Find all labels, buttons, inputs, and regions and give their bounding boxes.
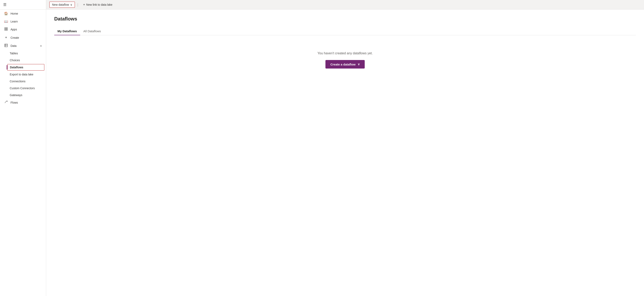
sidebar-item-home-label: Home [10, 12, 18, 15]
svg-rect-4 [5, 44, 8, 47]
sidebar-item-learn-label: Learn [10, 20, 18, 23]
page-title: Dataflows [54, 16, 636, 22]
sidebar-top: ☰ [0, 0, 46, 10]
svg-rect-1 [6, 28, 8, 29]
sidebar-sub-connections-label: Connections [10, 80, 26, 83]
home-icon: 🏠 [4, 12, 8, 16]
sidebar-item-create[interactable]: + Create [0, 34, 46, 42]
create-icon: + [4, 36, 8, 40]
create-dataflow-chevron: ∨ [358, 62, 360, 66]
tab-all-dataflows[interactable]: All Dataflows [80, 27, 104, 35]
data-icon [4, 44, 8, 48]
sidebar-sub-choices[interactable]: Choices [0, 57, 46, 64]
sidebar-sub-choices-label: Choices [10, 59, 20, 62]
svg-rect-3 [6, 29, 8, 30]
main-area: New dataflow ∨ | + New link to data lake… [46, 0, 644, 296]
sidebar-sub-export[interactable]: Export to data lake [0, 71, 46, 78]
flows-icon [4, 101, 8, 105]
sidebar-item-apps[interactable]: Apps [0, 25, 46, 34]
sidebar-sub-dataflows[interactable]: Dataflows [7, 64, 44, 71]
sidebar-item-home[interactable]: 🏠 Home [0, 10, 46, 18]
sidebar-sub-export-label: Export to data lake [10, 73, 34, 76]
learn-icon: 📖 [4, 20, 8, 23]
apps-icon [4, 27, 8, 31]
sidebar-sub-gateways-label: Gateways [10, 93, 22, 97]
tabs-container: My Dataflows All Dataflows [54, 27, 636, 35]
sidebar-sub-tables-label: Tables [10, 52, 18, 55]
new-dataflow-button[interactable]: New dataflow ∨ [50, 2, 75, 8]
svg-rect-2 [5, 29, 6, 30]
sidebar-item-data-label: Data [10, 44, 16, 47]
plus-icon: + [83, 3, 85, 7]
sidebar: ☰ 🏠 Home 📖 Learn Apps + Create [0, 0, 46, 296]
sidebar-item-create-label: Create [10, 36, 19, 39]
empty-state-text: You haven't created any dataflows yet. [318, 52, 373, 55]
sidebar-item-data[interactable]: Data ∧ [0, 42, 46, 50]
sidebar-sub-custom-connectors-label: Custom Connectors [10, 87, 35, 90]
sidebar-item-flows[interactable]: Flows [0, 98, 46, 107]
svg-rect-0 [5, 28, 6, 29]
data-expand-icon: ∧ [40, 44, 42, 47]
sidebar-item-learn[interactable]: 📖 Learn [0, 18, 46, 25]
toolbar: New dataflow ∨ | + New link to data lake [46, 0, 644, 10]
page-content: Dataflows My Dataflows All Dataflows You… [46, 10, 644, 296]
tab-my-dataflows[interactable]: My Dataflows [54, 27, 80, 35]
empty-state: You haven't created any dataflows yet. C… [54, 52, 636, 69]
sidebar-sub-custom-connectors[interactable]: Custom Connectors [0, 85, 46, 92]
new-link-to-data-lake-button[interactable]: + New link to data lake [81, 2, 115, 8]
create-dataflow-button[interactable]: Create a dataflow ∨ [326, 60, 364, 69]
sidebar-sub-connections[interactable]: Connections [0, 78, 46, 85]
new-link-label: New link to data lake [86, 3, 112, 6]
sidebar-sub-gateways[interactable]: Gateways [0, 92, 46, 98]
hamburger-icon[interactable]: ☰ [3, 3, 6, 7]
sidebar-item-apps-label: Apps [10, 28, 17, 31]
new-dataflow-label: New dataflow [52, 3, 69, 6]
create-dataflow-label: Create a dataflow [330, 63, 356, 66]
sidebar-item-flows-label: Flows [10, 101, 18, 104]
sidebar-sub-dataflows-label: Dataflows [10, 66, 23, 69]
tab-my-dataflows-label: My Dataflows [58, 29, 77, 33]
new-dataflow-chevron: ∨ [70, 3, 72, 6]
toolbar-separator: | [77, 3, 78, 7]
tab-all-dataflows-label: All Dataflows [84, 29, 101, 33]
sidebar-sub-tables[interactable]: Tables [0, 50, 46, 57]
